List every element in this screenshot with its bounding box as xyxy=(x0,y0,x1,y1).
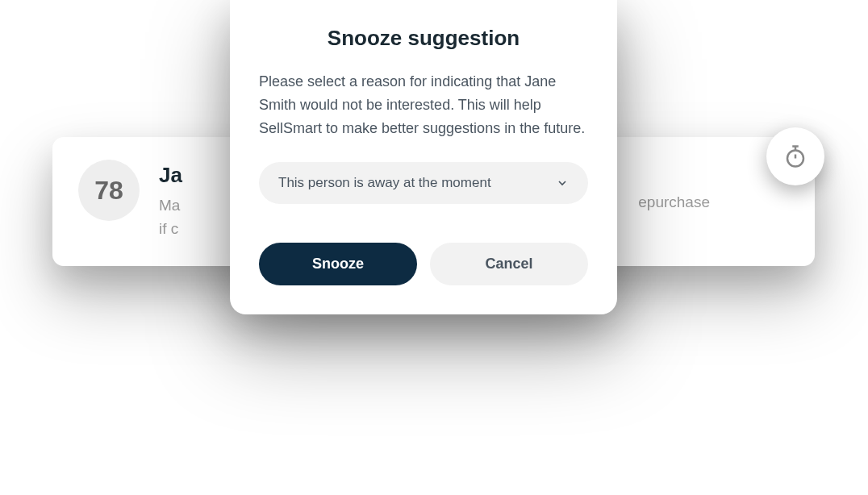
snooze-modal: Snooze suggestion Please select a reason… xyxy=(230,0,617,314)
score-badge: 78 xyxy=(78,160,140,221)
snooze-button[interactable]: Snooze xyxy=(259,243,417,285)
card-desc-right: epurchase xyxy=(638,193,710,211)
score-number: 78 xyxy=(94,176,123,206)
modal-title: Snooze suggestion xyxy=(259,26,588,51)
modal-actions: Snooze Cancel xyxy=(259,243,588,285)
reason-select-value: This person is away at the moment xyxy=(278,175,491,191)
reason-select[interactable]: This person is away at the moment xyxy=(259,162,588,204)
snooze-icon-button[interactable] xyxy=(766,127,824,185)
stopwatch-icon xyxy=(783,144,807,168)
modal-body: Please select a reason for indicating th… xyxy=(259,70,588,139)
chevron-down-icon xyxy=(556,177,569,189)
cancel-button[interactable]: Cancel xyxy=(430,243,588,285)
